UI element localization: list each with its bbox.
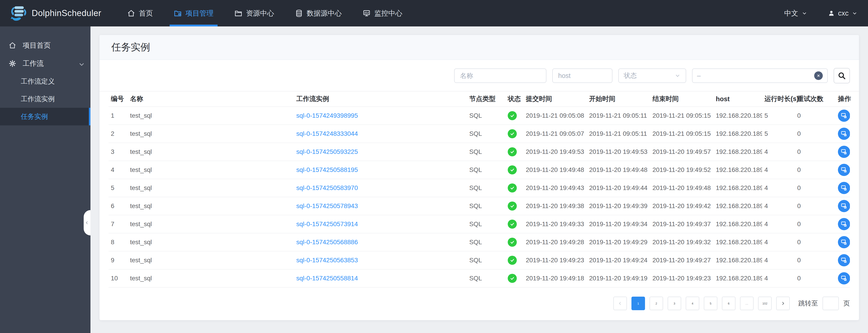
- row-number-cell: 8: [108, 239, 128, 246]
- task-name-cell: test_sql: [128, 130, 294, 137]
- end-time-cell: 2019-11-20 19:49:52: [650, 166, 714, 173]
- view-log-button[interactable]: [838, 182, 850, 194]
- sidebar-item-label: 项目首页: [23, 41, 51, 50]
- nav-item-项目管理[interactable]: 项目管理: [163, 0, 224, 27]
- view-log-button-cell: [836, 128, 850, 140]
- end-time-cell: 2019-11-20 19:49:37: [650, 221, 714, 228]
- row-number-cell: 5: [108, 185, 128, 192]
- status-success-icon-cell: [505, 111, 524, 120]
- workflow-instance-link[interactable]: sql-0-1574250558814: [296, 275, 358, 282]
- workflow-instance-link[interactable]: sql-0-1574250583970: [296, 185, 358, 191]
- sidebar-item-工作流定义[interactable]: 工作流定义: [0, 72, 90, 90]
- submit-time: 2019-11-20 19:49:48: [526, 166, 584, 173]
- host-address: 192.168.220.189: [716, 148, 762, 155]
- page-button-102[interactable]: 102: [758, 297, 772, 310]
- task-name: test_sql: [130, 202, 152, 209]
- home-icon: [127, 9, 135, 18]
- status-success-icon: [508, 256, 517, 265]
- date-range-picker[interactable]: –: [692, 68, 828, 83]
- search-button[interactable]: [834, 68, 850, 84]
- end-time-cell: 2019-11-20 19:49:42: [650, 202, 714, 210]
- prev-page-button[interactable]: [613, 297, 627, 310]
- host-address-cell: 192.168.220.189: [714, 221, 762, 228]
- clear-date-button[interactable]: [814, 71, 823, 80]
- submit-time: 2019-11-20 19:49:18: [526, 275, 584, 282]
- page-button-5[interactable]: 5: [704, 297, 717, 310]
- view-log-button[interactable]: [838, 236, 850, 248]
- submit-time: 2019-11-20 19:49:53: [526, 148, 584, 155]
- page-ellipsis[interactable]: …: [740, 297, 753, 310]
- workflow-instance-link[interactable]: sql-0-1574249398995: [296, 112, 358, 119]
- node-type: SQL: [469, 166, 482, 173]
- nav-item-首页[interactable]: 首页: [117, 0, 163, 27]
- row-number-cell: 10: [108, 275, 128, 282]
- node-type-cell: SQL: [467, 221, 505, 228]
- sidebar-item-项目首页[interactable]: 项目首页: [0, 36, 90, 55]
- jump-to-label: 跳转至: [798, 299, 818, 308]
- page-button-2[interactable]: 2: [650, 297, 663, 310]
- app-logo[interactable]: DolphinScheduler: [10, 5, 107, 22]
- language-switcher[interactable]: 中文: [784, 8, 807, 18]
- view-log-button[interactable]: [838, 128, 850, 140]
- nav-item-数据源中心[interactable]: 数据源中心: [284, 0, 352, 27]
- view-log-button[interactable]: [838, 164, 850, 176]
- home-icon: [9, 41, 16, 49]
- sidebar-item-任务实例[interactable]: 任务实例: [0, 108, 90, 125]
- host-address-cell: 192.168.220.189: [714, 148, 762, 156]
- page-button-1[interactable]: 1: [631, 297, 645, 310]
- end-time: 2019-11-21 09:05:15: [652, 130, 711, 137]
- submit-time: 2019-11-20 19:49:33: [526, 221, 584, 228]
- view-log-button[interactable]: [838, 109, 850, 122]
- view-log-button[interactable]: [838, 146, 850, 158]
- duration-seconds: 4: [765, 257, 768, 264]
- workflow-instance-link[interactable]: sql-0-1574250578943: [296, 202, 358, 209]
- name-filter-input[interactable]: [454, 68, 547, 83]
- view-log-button[interactable]: [838, 254, 850, 266]
- sidebar-item-工作流实例[interactable]: 工作流实例: [0, 90, 90, 108]
- retry-count: 0: [797, 257, 801, 264]
- state-filter-select[interactable]: 状态: [618, 68, 686, 83]
- page-button-4[interactable]: 4: [686, 297, 699, 310]
- nav-item-监控中心[interactable]: 监控中心: [352, 0, 413, 27]
- table-body: 1test_sqlsql-0-1574249398995SQL2019-11-2…: [108, 106, 850, 288]
- workflow-instance-link[interactable]: sql-0-1574250593225: [296, 148, 358, 155]
- workflow-instance-link-cell: sql-0-1574250578943: [294, 202, 467, 210]
- workflow-instance-link[interactable]: sql-0-1574248333044: [296, 130, 358, 137]
- node-type-cell: SQL: [467, 148, 505, 156]
- task-name-cell: test_sql: [128, 239, 294, 246]
- nav-item-资源中心[interactable]: 资源中心: [224, 0, 284, 27]
- workflow-instance-link[interactable]: sql-0-1574250568886: [296, 239, 358, 245]
- view-log-button[interactable]: [838, 272, 850, 285]
- page-button-6[interactable]: 6: [722, 297, 736, 310]
- retry-count: 0: [797, 130, 801, 137]
- workflow-instance-link-cell: sql-0-1574248333044: [294, 130, 467, 137]
- host-address-cell: 192.168.220.189: [714, 239, 762, 246]
- view-log-button[interactable]: [838, 218, 850, 230]
- retry-count: 0: [797, 202, 801, 209]
- workflow-instance-link-cell: sql-0-1574250588195: [294, 166, 467, 173]
- workflow-instance-link[interactable]: sql-0-1574250588195: [296, 166, 358, 173]
- host-address: 192.168.220.189: [716, 202, 762, 209]
- state-select-placeholder: 状态: [624, 71, 637, 80]
- sidebar-item-工作流[interactable]: 工作流: [0, 55, 90, 72]
- end-time: 2019-11-20 19:49:27: [652, 257, 711, 264]
- sidebar-collapse-handle[interactable]: [84, 210, 90, 235]
- jump-page-input[interactable]: [823, 297, 839, 310]
- row-number-cell: 7: [108, 221, 128, 228]
- host-address-cell: 192.168.220.189: [714, 185, 762, 192]
- view-log-button[interactable]: [838, 200, 850, 212]
- duration-seconds: 5: [765, 130, 768, 137]
- workflow-instance-link[interactable]: sql-0-1574250573914: [296, 221, 358, 228]
- user-menu[interactable]: cxc: [828, 9, 858, 18]
- host-filter-input[interactable]: [552, 68, 613, 83]
- start-time: 2019-11-21 09:05:11: [589, 130, 647, 137]
- next-page-button[interactable]: [776, 297, 790, 310]
- submit-time: 2019-11-20 19:49:43: [526, 185, 584, 191]
- workflow-instance-link[interactable]: sql-0-1574250563853: [296, 257, 358, 264]
- page-button-3[interactable]: 3: [668, 297, 681, 310]
- nav-item-label: 资源中心: [246, 8, 274, 18]
- submit-time-cell: 2019-11-20 19:49:18: [524, 275, 587, 282]
- retry-count: 0: [797, 112, 801, 119]
- table-row: 5test_sqlsql-0-1574250583970SQL2019-11-2…: [108, 179, 850, 197]
- task-name: test_sql: [130, 257, 152, 264]
